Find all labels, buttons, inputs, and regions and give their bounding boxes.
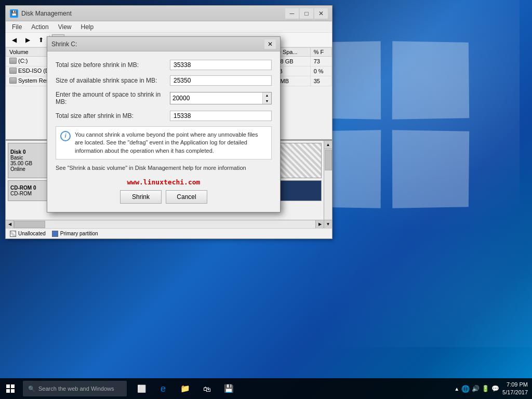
diskmgmt-taskbar[interactable]: 💾 (218, 378, 239, 399)
scroll-track (324, 149, 332, 220)
svg-rect-3 (11, 389, 15, 393)
legend-swatch-unallocated (10, 231, 16, 237)
value-total-after: 15338 (170, 111, 272, 121)
clock-time: 7:09 PM (502, 381, 528, 389)
vertical-scrollbar[interactable]: ▲ ▼ (324, 141, 332, 228)
up-button[interactable]: ⬆ (35, 34, 47, 46)
field-total-after: Total size after shrink in MB: 15338 (56, 111, 272, 121)
chevron-up-icon[interactable]: ▲ (454, 386, 459, 392)
legend-swatch-primary (52, 231, 58, 237)
svg-rect-0 (6, 384, 10, 388)
desktop: 💾 Disk Management ─ □ ✕ File Action View… (0, 0, 532, 399)
disk-icon (9, 77, 17, 84)
menubar: File Action View Help (6, 21, 332, 33)
scroll-thumb[interactable] (325, 150, 332, 170)
window-title: Disk Management (21, 10, 282, 17)
explorer-button[interactable]: 📁 (175, 378, 195, 399)
task-view-button[interactable]: ⬜ (131, 378, 152, 399)
volume-icon[interactable]: 🔊 (472, 385, 480, 392)
label-shrink-amount: Enter the amount of space to shrink in M… (56, 91, 170, 105)
help-link: See "Shrink a basic volume" in Disk Mana… (56, 165, 272, 171)
system-tray-icons: ▲ 🌐 🔊 🔋 💬 (454, 385, 499, 393)
window-titlebar: 💾 Disk Management ─ □ ✕ (6, 6, 332, 21)
search-bar[interactable]: 🔍 Search the web and Windows (23, 381, 127, 396)
disk-0-size: 35.00 GB (10, 161, 47, 166)
scroll-left-arrow[interactable]: ◀ (6, 220, 14, 229)
system-clock[interactable]: 7:09 PM 5/17/2017 (502, 381, 528, 397)
scroll-right-arrow[interactable]: ▶ (315, 220, 324, 229)
shrink-amount-input[interactable] (170, 94, 262, 103)
svg-rect-2 (6, 389, 10, 393)
h-scroll-thumb[interactable] (14, 221, 45, 228)
minimize-button[interactable]: ─ (285, 8, 299, 19)
disk-0-name: Disk 0 (10, 149, 47, 155)
label-total-after: Total size after shrink in MB: (56, 112, 170, 119)
shrink-dialog: Shrink C: ✕ Total size before shrink in … (47, 36, 281, 212)
legend-label-primary: Primary partition (60, 231, 98, 236)
dialog-body: Total size before shrink in MB: 35338 Si… (47, 51, 280, 212)
menu-file[interactable]: File (8, 22, 26, 32)
info-box: i You cannot shrink a volume beyond the … (56, 126, 272, 159)
disk-0-type: Basic (10, 155, 47, 161)
cdrom-name: CD-ROM 0 (10, 185, 47, 191)
help-text: See "Shrink a basic volume" in Disk Mana… (56, 165, 246, 171)
menu-help[interactable]: Help (77, 22, 98, 32)
taskbar-right: ▲ 🌐 🔊 🔋 💬 7:09 PM 5/17/2017 (454, 381, 532, 397)
spinner-buttons: ▲ ▼ (262, 92, 271, 104)
cdrom-label: CD-ROM 0 CD-ROM (8, 180, 49, 201)
svg-rect-1 (11, 384, 15, 388)
spin-up[interactable]: ▲ (263, 92, 271, 98)
disk-0-status: Online (10, 166, 47, 172)
notification-icon[interactable]: 💬 (491, 385, 499, 392)
field-total-before: Total size before shrink in MB: 35338 (56, 60, 272, 70)
cdrom-type: CD-ROM (10, 191, 47, 196)
legend-primary: Primary partition (52, 231, 98, 237)
field-shrink-amount: Enter the amount of space to shrink in M… (56, 91, 272, 105)
label-available: Size of available shrink space in MB: (56, 77, 170, 84)
legend-bar: Unallocated Primary partition (6, 228, 332, 238)
window-icon: 💾 (10, 9, 18, 18)
dialog-titlebar: Shrink C: ✕ (47, 37, 280, 51)
close-button[interactable]: ✕ (314, 8, 328, 19)
spin-down[interactable]: ▼ (263, 98, 271, 104)
info-text: You cannot shrink a volume beyond the po… (75, 131, 267, 155)
taskbar-app-icons: ⬜ e 📁 🛍 💾 (131, 378, 239, 399)
network-icon[interactable]: 🌐 (461, 385, 470, 393)
store-button[interactable]: 🛍 (196, 378, 217, 399)
taskbar: 🔍 Search the web and Windows ⬜ e 📁 🛍 💾 ▲… (0, 378, 532, 399)
search-icon: 🔍 (28, 385, 35, 392)
scroll-down-arrow[interactable]: ▼ (324, 220, 332, 228)
dialog-close-button[interactable]: ✕ (264, 39, 276, 49)
field-available: Size of available shrink space in MB: 25… (56, 75, 272, 86)
shrink-amount-input-wrap: ▲ ▼ (170, 92, 272, 104)
scroll-up-arrow[interactable]: ▲ (324, 141, 332, 149)
menu-view[interactable]: View (54, 22, 76, 32)
menu-action[interactable]: Action (27, 22, 52, 32)
disk-0-label: Disk 0 Basic 35.00 GB Online (8, 143, 49, 178)
start-button[interactable] (0, 378, 21, 399)
legend-unallocated: Unallocated (10, 231, 46, 237)
dialog-title: Shrink C: (51, 41, 264, 48)
forward-button[interactable]: ▶ (21, 34, 34, 46)
info-icon: i (60, 131, 71, 141)
legend-label-unallocated: Unallocated (18, 231, 46, 236)
window-controls: ─ □ ✕ (285, 8, 328, 19)
label-total-before: Total size before shrink in MB: (56, 61, 170, 69)
h-scroll-track (14, 220, 315, 229)
shrink-button[interactable]: Shrink (120, 190, 162, 204)
disk-icon (9, 58, 17, 64)
back-button[interactable]: ◀ (8, 34, 20, 46)
maximize-button[interactable]: □ (300, 8, 313, 19)
disk-icon (9, 68, 17, 74)
battery-icon[interactable]: 🔋 (482, 385, 489, 392)
horizontal-scrollbar[interactable]: ◀ ▶ (6, 220, 324, 228)
cancel-button[interactable]: Cancel (166, 190, 207, 204)
value-available: 25350 (170, 75, 272, 86)
search-placeholder: Search the web and Windows (38, 385, 114, 392)
watermark: www.linuxtechi.com (56, 178, 272, 186)
edge-button[interactable]: e (153, 378, 174, 399)
col-pct[interactable]: % F (310, 48, 331, 57)
start-icon (6, 384, 15, 393)
dialog-buttons: Shrink Cancel (56, 190, 272, 204)
clock-date: 5/17/2017 (502, 389, 528, 396)
